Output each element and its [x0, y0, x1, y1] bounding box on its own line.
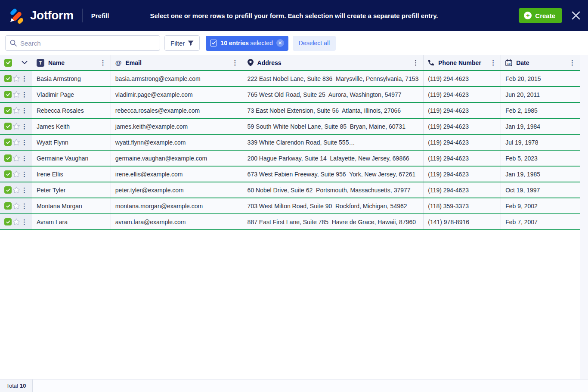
row-checkbox[interactable] — [4, 107, 12, 114]
cell-name: Rebecca Rosales — [37, 107, 84, 114]
row-menu[interactable]: ⋮ — [21, 187, 28, 193]
table-row[interactable]: ⋮ Avram Lara avram.lara@example.com 887 … — [0, 214, 580, 230]
cell-phone: (119) 294-4623 — [428, 107, 469, 114]
row-menu[interactable]: ⋮ — [21, 139, 28, 145]
cell-phone: (119) 294-4623 — [428, 123, 469, 130]
favorite-star-icon[interactable] — [12, 154, 20, 162]
table-row[interactable]: ⋮ Basia Armstrong basia.armstrong@exampl… — [0, 71, 580, 87]
cell-email: wyatt.flynn@example.com — [115, 139, 186, 146]
row-menu[interactable]: ⋮ — [21, 171, 28, 177]
cell-email: rebecca.rosales@example.com — [115, 107, 200, 114]
phone-column-menu[interactable]: ⋮ — [490, 59, 496, 66]
table-row[interactable]: ⋮ Montana Morgan montana.morgan@example.… — [0, 198, 580, 214]
cell-name: Germaine Vaughan — [37, 155, 88, 162]
table-row[interactable]: ⋮ Rebecca Rosales rebecca.rosales@exampl… — [0, 103, 580, 119]
selection-suffix: selected — [251, 40, 273, 46]
row-checkbox[interactable] — [4, 170, 12, 178]
date-column-menu[interactable]: ⋮ — [569, 59, 576, 66]
row-checkbox[interactable] — [4, 154, 12, 162]
favorite-star-icon[interactable] — [12, 123, 20, 130]
entries-selected-chip[interactable]: 10 entries selected ✕ — [206, 36, 288, 51]
favorite-star-icon[interactable] — [12, 218, 20, 225]
row-menu[interactable]: ⋮ — [21, 155, 28, 161]
svg-text:10: 10 — [507, 62, 511, 65]
row-checkbox[interactable] — [4, 186, 12, 194]
row-checkbox[interactable] — [4, 123, 12, 130]
scrollbar-gutter[interactable] — [580, 55, 588, 379]
jotform-logo-icon — [7, 6, 26, 25]
header-date-label: Date — [516, 59, 529, 66]
table-row[interactable]: ⋮ Germaine Vaughan germaine.vaughan@exam… — [0, 151, 580, 167]
name-column-menu[interactable]: ⋮ — [100, 59, 106, 66]
row-checkbox[interactable] — [4, 75, 12, 82]
cell-email: james.keith@example.com — [115, 123, 188, 130]
cell-address: 59 South White Nobel Lane, Suite 85 Brya… — [248, 123, 405, 130]
cell-address: 673 West Fabien Freeway, Suite 956 York,… — [248, 171, 416, 178]
cell-address: 887 East First Lane, Suite 785 Havre de … — [248, 219, 416, 225]
cell-address: 73 East Nobel Extension, Suite 56 Atlant… — [248, 107, 401, 114]
cell-date: Feb 20, 2015 — [505, 75, 541, 82]
table-footer: Total 10 — [0, 379, 588, 392]
instruction-message: Select one or more rows to prefill your … — [0, 12, 588, 19]
favorite-star-icon[interactable] — [12, 202, 20, 210]
row-menu[interactable]: ⋮ — [21, 123, 28, 130]
table-row[interactable]: ⋮ Wyatt Flynn wyatt.flynn@example.com 33… — [0, 135, 580, 151]
cell-email: montana.morgan@example.com — [115, 203, 203, 210]
table-row[interactable]: ⋮ James Keith james.keith@example.com 59… — [0, 119, 580, 135]
cell-phone: (119) 294-4623 — [428, 91, 469, 98]
row-select-cell: ⋮ — [0, 151, 32, 166]
row-select-cell: ⋮ — [0, 87, 32, 102]
favorite-star-icon[interactable] — [12, 186, 20, 194]
header-phone-label: Phone Number — [438, 59, 481, 66]
table-row[interactable]: ⋮ Vladimir Page vladimir.page@example.co… — [0, 87, 580, 103]
favorite-star-icon[interactable] — [12, 107, 20, 114]
table-row[interactable]: ⋮ Peter Tyler peter.tyler@example.com 60… — [0, 182, 580, 198]
filter-button[interactable]: Filter — [164, 35, 200, 51]
clear-selection-icon[interactable]: ✕ — [276, 39, 284, 47]
email-column-menu[interactable]: ⋮ — [232, 59, 238, 66]
address-column-menu[interactable]: ⋮ — [412, 59, 419, 66]
row-checkbox[interactable] — [4, 139, 12, 146]
cell-date: Feb 9, 2002 — [505, 203, 538, 210]
phone-icon — [428, 59, 434, 66]
row-checkbox[interactable] — [4, 91, 12, 98]
location-pin-icon — [248, 59, 254, 66]
header-email: @ Email ⋮ — [111, 55, 243, 70]
row-checkbox[interactable] — [4, 218, 12, 225]
header-address: Address ⋮ — [243, 55, 424, 70]
cell-date: Feb 2, 1985 — [505, 107, 538, 114]
cell-name: Montana Morgan — [37, 203, 82, 210]
top-nav: Jotform Prefill Select one or more rows … — [0, 0, 588, 31]
toolbar: Filter 10 entries selected ✕ Deselect al… — [0, 31, 588, 55]
row-select-cell: ⋮ — [0, 167, 32, 182]
cell-address: 60 Nobel Drive, Suite 62 Portsmouth, Mas… — [248, 187, 411, 194]
deselect-all-button[interactable]: Deselect all — [293, 36, 336, 51]
row-menu[interactable]: ⋮ — [21, 219, 28, 225]
cell-address: 222 East Nobel Lane, Suite 836 Marysvill… — [248, 75, 419, 82]
row-menu[interactable]: ⋮ — [21, 91, 28, 98]
entries-table: T Name ⋮ @ Email ⋮ Address ⋮ Phone Numbe… — [0, 55, 580, 230]
favorite-star-icon[interactable] — [12, 75, 20, 82]
cell-address: 765 West Old Road, Suite 25 Aurora, Wash… — [248, 91, 402, 98]
header-select-cell — [0, 55, 32, 70]
search-input[interactable] — [20, 40, 155, 47]
cell-date: Oct 19, 1997 — [505, 187, 540, 194]
table-row[interactable]: ⋮ Irene Ellis irene.ellis@example.com 67… — [0, 167, 580, 182]
row-select-cell: ⋮ — [0, 119, 32, 134]
favorite-star-icon[interactable] — [12, 170, 20, 178]
create-button[interactable]: + Create — [519, 8, 562, 23]
cell-email: vladimir.page@example.com — [115, 91, 193, 98]
table-header-row: T Name ⋮ @ Email ⋮ Address ⋮ Phone Numbe… — [0, 55, 580, 71]
favorite-star-icon[interactable] — [12, 91, 20, 98]
close-button[interactable] — [571, 10, 581, 21]
search-box — [5, 35, 160, 51]
row-checkbox[interactable] — [4, 202, 12, 210]
cell-name: Irene Ellis — [37, 171, 63, 178]
select-all-checkbox[interactable] — [4, 59, 12, 67]
cell-phone: (119) 294-4623 — [428, 187, 469, 194]
row-menu[interactable]: ⋮ — [21, 75, 28, 82]
row-menu[interactable]: ⋮ — [21, 203, 28, 209]
favorite-star-icon[interactable] — [12, 139, 20, 146]
row-menu[interactable]: ⋮ — [21, 107, 28, 114]
select-menu-chevron[interactable] — [22, 61, 28, 65]
